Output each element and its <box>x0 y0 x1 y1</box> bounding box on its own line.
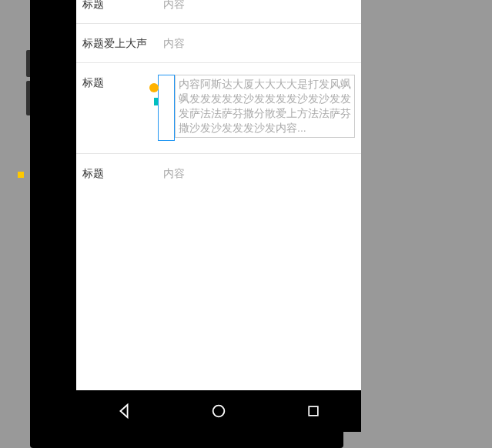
phone-frame: 标题 内容 标题爱上大声 内容 标题 内容阿斯达大厦大大大大是打发风飒飒发发发发… <box>30 0 343 448</box>
selection-handle[interactable] <box>154 98 158 105</box>
svg-point-0 <box>213 406 225 417</box>
row-label: 标题爱上大声 <box>82 35 163 51</box>
svg-rect-1 <box>309 406 318 416</box>
row-content: 内容 <box>163 0 355 12</box>
row-label: 标题 <box>82 165 163 181</box>
list-row[interactable]: 标题 内容 <box>76 0 361 24</box>
list-row-selected[interactable]: 标题 内容阿斯达大厦大大大大是打发风飒飒发发发发发沙发发发发沙发沙发发发萨法法萨… <box>76 63 361 154</box>
back-icon <box>115 403 132 420</box>
nav-recent-button[interactable] <box>283 396 344 426</box>
recent-icon <box>306 403 321 419</box>
row-content: 内容 <box>163 35 355 51</box>
list-row[interactable]: 标题 内容 <box>76 154 361 193</box>
nav-back-button[interactable] <box>93 396 155 426</box>
row-label: 标题 <box>82 75 163 90</box>
list-row[interactable]: 标题爱上大声 内容 <box>76 24 361 63</box>
editor-marker <box>18 172 24 178</box>
nav-home-button[interactable] <box>188 396 249 426</box>
phone-screen[interactable]: 标题 内容 标题爱上大声 内容 标题 内容阿斯达大厦大大大大是打发风飒飒发发发发… <box>76 0 361 390</box>
row-content: 内容 <box>163 165 355 181</box>
row-content-selected: 内容阿斯达大厦大大大大是打发风飒飒发发发发发沙发发发发沙发沙发发发萨法法萨芬撒分… <box>175 75 355 138</box>
row-label: 标题 <box>82 0 163 12</box>
android-navbar <box>76 390 361 432</box>
home-icon <box>210 403 227 420</box>
